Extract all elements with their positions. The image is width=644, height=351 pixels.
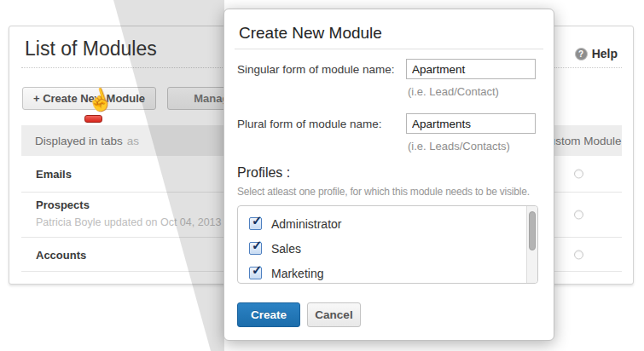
module-name: Emails: [36, 168, 72, 181]
plural-name-input[interactable]: [406, 113, 536, 134]
profile-option: Sales: [238, 236, 537, 261]
page-title: List of Modules: [25, 37, 157, 60]
scrollbar-track[interactable]: [526, 206, 537, 283]
profile-checkbox[interactable]: [249, 217, 262, 230]
profile-label: Sales: [271, 242, 301, 256]
custom-module-radio[interactable]: [574, 250, 583, 259]
displayed-in-tabs-header: Displayed in tabs: [21, 135, 123, 147]
plural-name-hint: (i.e. Leads/Contacts): [408, 140, 510, 152]
module-name: Prospects: [36, 199, 90, 211]
dialog-title-divider: [235, 49, 543, 49]
profiles-heading: Profiles :: [237, 165, 290, 181]
module-updated-note: Patricia Boyle updated on Oct 04, 2013: [36, 216, 222, 228]
custom-module-radio[interactable]: [574, 210, 583, 220]
singular-name-hint: (i.e. Lead/Contact): [408, 85, 499, 98]
help-icon: ?: [575, 48, 588, 60]
dialog-title: Create New Module: [239, 24, 382, 43]
module-name: Accounts: [36, 248, 86, 261]
plural-name-label: Plural form of module name:: [237, 118, 382, 130]
scrollbar-thumb[interactable]: [529, 211, 536, 250]
singular-name-input[interactable]: [406, 59, 536, 79]
profile-option: Marketing: [238, 261, 537, 284]
profile-checkbox[interactable]: [249, 267, 262, 279]
profile-label: Administrator: [271, 217, 341, 231]
help-link[interactable]: ? Help: [575, 47, 618, 60]
cancel-button[interactable]: Cancel: [307, 302, 361, 327]
displayed-in-tabs-as-suffix: as: [127, 135, 139, 147]
profile-label: Marketing: [271, 267, 323, 280]
profile-option: Administrator: [238, 211, 537, 236]
help-label: Help: [592, 47, 618, 60]
singular-name-label: Singular form of module name:: [237, 63, 395, 76]
create-new-module-dialog: Create New Module Singular form of modul…: [223, 9, 554, 341]
custom-module-radio[interactable]: [574, 170, 583, 179]
profile-checkbox[interactable]: [249, 242, 262, 255]
click-indicator: [84, 115, 102, 123]
profiles-listbox: Administrator Sales Marketing: [237, 205, 538, 284]
profiles-description: Select atleast one profile, for which th…: [237, 186, 544, 198]
screenshot-stage: List of Modules ? Help + Create New Modu…: [0, 0, 644, 351]
create-button[interactable]: Create: [237, 302, 300, 327]
